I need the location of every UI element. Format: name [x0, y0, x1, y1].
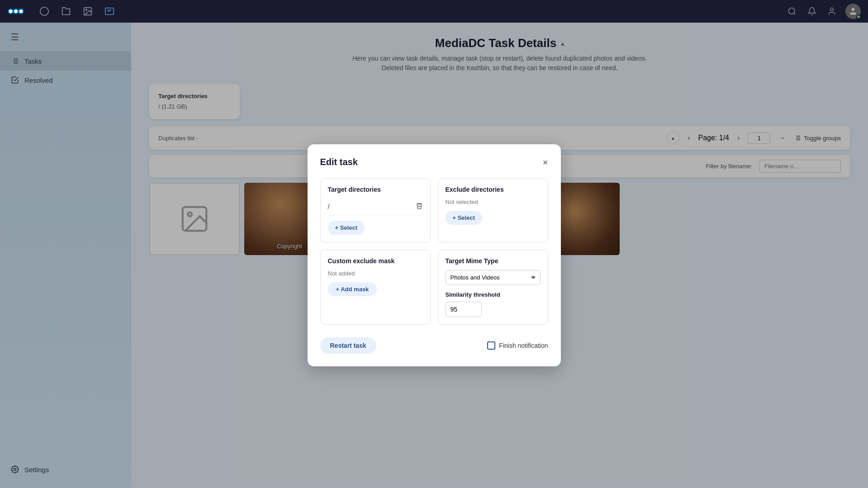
mediadc-icon[interactable]: [103, 5, 116, 18]
not-selected-text: Not selected: [446, 199, 541, 205]
target-directories-section: Target directories / + Select: [320, 178, 431, 242]
similarity-label: Similarity threshold: [446, 291, 541, 298]
exclude-directories-section: Exclude directories Not selected + Selec…: [438, 178, 548, 242]
modal-overlay: Edit task × Target directories / + Selec…: [0, 23, 868, 488]
exclude-dir-section-title: Exclude directories: [446, 186, 541, 193]
avatar[interactable]: [845, 4, 861, 19]
finish-notification-checkbox[interactable]: [487, 341, 495, 350]
svg-point-5: [19, 9, 23, 13]
modal-sections: Target directories / + Select Exclude di…: [320, 178, 548, 325]
not-added-text: Not added: [328, 270, 423, 277]
top-navigation: [0, 0, 868, 23]
similarity-input[interactable]: [446, 302, 482, 317]
restart-task-button[interactable]: Restart task: [320, 337, 376, 354]
svg-point-12: [852, 8, 855, 11]
photos-icon[interactable]: [81, 5, 94, 18]
svg-point-11: [830, 8, 834, 11]
mime-type-title: Target Mime Type: [446, 257, 541, 265]
target-dir-section-title: Target directories: [328, 186, 423, 193]
modal-header: Edit task ×: [320, 157, 548, 167]
add-mask-button[interactable]: + Add mask: [328, 282, 377, 296]
svg-point-4: [14, 9, 18, 13]
custom-mask-title: Custom exclude mask: [328, 257, 423, 265]
modal-footer: Restart task Finish notification: [320, 334, 548, 354]
home-icon[interactable]: [38, 5, 51, 18]
delete-dir-icon[interactable]: [416, 202, 423, 211]
modal-title: Edit task: [320, 157, 358, 167]
directory-item: /: [328, 199, 423, 215]
svg-point-10: [789, 8, 795, 14]
svg-point-3: [9, 9, 13, 13]
custom-mask-section: Custom exclude mask Not added + Add mask: [320, 250, 431, 325]
nav-right-area: [786, 4, 861, 19]
mime-type-section: Target Mime Type Photos and Videos Photo…: [438, 250, 548, 325]
svg-point-8: [85, 9, 87, 10]
app-logo[interactable]: [7, 3, 24, 20]
modal-close-button[interactable]: ×: [543, 158, 548, 167]
search-icon[interactable]: [786, 5, 798, 18]
contacts-icon[interactable]: [825, 5, 838, 18]
finish-notification-area: Finish notification: [487, 341, 548, 350]
files-icon[interactable]: [60, 5, 72, 18]
svg-point-6: [40, 7, 48, 15]
target-select-button[interactable]: + Select: [328, 221, 365, 235]
online-status-dot: [856, 14, 861, 19]
mime-type-select[interactable]: Photos and Videos Photos only Videos onl…: [446, 270, 541, 285]
edit-task-modal: Edit task × Target directories / + Selec…: [308, 144, 561, 366]
finish-notification-label: Finish notification: [499, 342, 548, 349]
dir-path: /: [328, 203, 330, 210]
exclude-select-button[interactable]: + Select: [446, 211, 483, 225]
notifications-icon[interactable]: [806, 5, 818, 18]
